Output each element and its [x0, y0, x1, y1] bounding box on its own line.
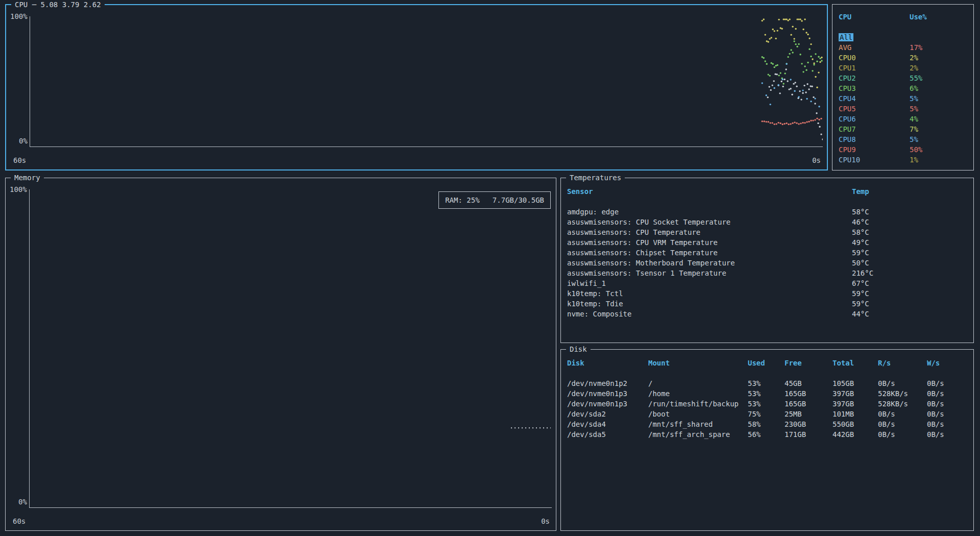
memory-x-axis-right: 0s [541, 517, 550, 525]
cpu-row[interactable]: CPU64% [839, 114, 967, 124]
sensor-temp: 59°C [852, 288, 967, 299]
cpu-row-value: 6% [910, 83, 967, 93]
cpu-row-all[interactable]: All [839, 32, 967, 42]
disk-used: 53% [748, 399, 785, 409]
cpu-row[interactable]: CPU36% [839, 83, 967, 93]
sensor-temp: 44°C [852, 309, 967, 319]
cpu-row-label: CPU4 [839, 93, 910, 104]
temperature-row: nvme: Composite44°C [567, 309, 967, 319]
cpu-row-label: AVG [839, 42, 910, 53]
temperatures-panel[interactable]: Temperatures Sensor Temp amdgpu: edge58°… [560, 178, 974, 343]
cpu-row-value: 7% [910, 124, 967, 134]
disk-write-rate: 0B/s [927, 378, 967, 388]
cpu-row-value: 55% [910, 73, 967, 83]
cpu-row[interactable]: CPU950% [839, 144, 967, 155]
cpu-row-label: CPU2 [839, 73, 910, 83]
cpu-table-header: CPU Use% [839, 12, 967, 22]
cpu-row-label: CPU7 [839, 124, 910, 134]
disk-read-rate: 0B/s [878, 419, 927, 429]
disk-read-rate: 0B/s [878, 409, 927, 419]
disk-device: /dev/sda2 [567, 409, 648, 419]
cpu-row[interactable]: CPU255% [839, 73, 967, 83]
cpu-row-label: CPU10 [839, 155, 910, 165]
disk-total: 550GB [832, 419, 878, 429]
cpu-row-all-label: All [839, 32, 910, 42]
disk-free: 165GB [785, 399, 832, 409]
cpu-row-value: 5% [910, 134, 967, 144]
temperature-row: amdgpu: edge58°C [567, 207, 967, 217]
sensor-temp: 50°C [852, 258, 967, 268]
sensor-temp: 216°C [852, 268, 967, 278]
cpu-row[interactable]: AVG17% [839, 42, 967, 53]
temperatures-table: Sensor Temp amdgpu: edge58°Casuswmisenso… [561, 178, 973, 343]
sensor-name: amdgpu: edge [567, 207, 852, 217]
cpu-row[interactable]: CPU55% [839, 104, 967, 114]
cpu-panel-title: CPU ─ 5.08 3.79 2.62 [11, 0, 105, 9]
sensor-name: asuswmisensors: CPU Temperature [567, 227, 852, 237]
disk-read-rate: 0B/s [878, 429, 927, 440]
disk-mount: /run/timeshift/backup [648, 399, 748, 409]
disk-used: 75% [748, 409, 785, 419]
memory-graph-line [30, 189, 552, 507]
cpu-rows: All AVG17%CPU02%CPU12%CPU255%CPU36%CPU45… [839, 32, 967, 165]
sensor-temp: 59°C [852, 248, 967, 258]
disk-mount: /boot [648, 409, 748, 419]
disk-panel[interactable]: Disk Disk Mount Used Free Total R/s W/s … [560, 349, 974, 531]
disk-used: 58% [748, 419, 785, 429]
disk-device: /dev/nvme0n1p2 [567, 378, 648, 388]
disk-row: /dev/nvme0n1p2/53%45GB105GB0B/s0B/s [567, 378, 967, 388]
cpu-row[interactable]: CPU85% [839, 134, 967, 144]
temperature-row: iwlwifi_167°C [567, 278, 967, 288]
disk-write-rate: 0B/s [927, 429, 967, 440]
cpu-row-label: CPU5 [839, 104, 910, 114]
temperature-row: asuswmisensors: CPU VRM Temperature49°C [567, 237, 967, 248]
sensor-temp: 58°C [852, 227, 967, 237]
disk-table-header: Disk Mount Used Free Total R/s W/s [567, 358, 967, 368]
disk-total: 105GB [832, 378, 878, 388]
disk-free: 45GB [785, 378, 832, 388]
disk-write-rate: 0B/s [927, 399, 967, 409]
cpu-y-axis-min: 0% [19, 137, 28, 145]
sensor-temp: 59°C [852, 299, 967, 309]
sensor-temp: 58°C [852, 207, 967, 217]
cpu-graph-area [30, 16, 823, 147]
memory-y-axis-min: 0% [18, 498, 27, 506]
sensor-name: nvme: Composite [567, 309, 852, 319]
sensor-name: asuswmisensors: CPU Socket Temperature [567, 217, 852, 227]
sensor-name: asuswmisensors: Chipset Temperature [567, 248, 852, 258]
disk-mount: / [648, 378, 748, 388]
cpu-column-header: CPU [839, 12, 910, 22]
disk-free: 171GB [785, 429, 832, 440]
cpu-row[interactable]: CPU02% [839, 53, 967, 63]
disk-read-rate: 528KB/s [878, 388, 927, 399]
disk-row: /dev/nvme0n1p3/run/timeshift/backup53%16… [567, 399, 967, 409]
disk-total: 442GB [832, 429, 878, 440]
cpu-row[interactable]: CPU101% [839, 155, 967, 165]
temperature-row: asuswmisensors: CPU Temperature58°C [567, 227, 967, 237]
read-rate-column-header: R/s [878, 358, 927, 368]
sensor-name: asuswmisensors: CPU VRM Temperature [567, 237, 852, 248]
disk-used: 56% [748, 429, 785, 440]
disk-free: 165GB [785, 388, 832, 399]
cpu-row[interactable]: CPU45% [839, 93, 967, 104]
cpu-row[interactable]: CPU77% [839, 124, 967, 134]
cpu-row-all-value [910, 32, 967, 42]
cpu-graph-panel[interactable]: CPU ─ 5.08 3.79 2.62 100% 0% 60s 0s [5, 4, 828, 170]
disk-device: /dev/sda5 [567, 429, 648, 440]
sensor-temp: 67°C [852, 278, 967, 288]
temperature-row: asuswmisensors: CPU Socket Temperature46… [567, 217, 967, 227]
cpu-y-axis-max: 100% [10, 12, 28, 20]
cpu-row-label: CPU9 [839, 144, 910, 155]
disk-mount: /mnt/sff_shared [648, 419, 748, 429]
cpu-row[interactable]: CPU12% [839, 63, 967, 73]
cpu-row-value: 50% [910, 144, 967, 155]
disk-device: /dev/sda4 [567, 419, 648, 429]
cpu-row-value: 17% [910, 42, 967, 53]
memory-panel[interactable]: Memory RAM: 25% 7.7GB/30.5GB 100% 0% 60s… [5, 178, 556, 531]
cpu-row-value: 4% [910, 114, 967, 124]
cpu-usage-table-panel[interactable]: CPU Use% All AVG17%CPU02%CPU12%CPU255%CP… [832, 4, 974, 170]
disk-row: /dev/sda2/boot75%25MB101MB0B/s0B/s [567, 409, 967, 419]
selected-row-highlight: All [839, 33, 853, 41]
use-column-header: Use% [910, 12, 967, 22]
memory-graph-area [29, 189, 552, 508]
